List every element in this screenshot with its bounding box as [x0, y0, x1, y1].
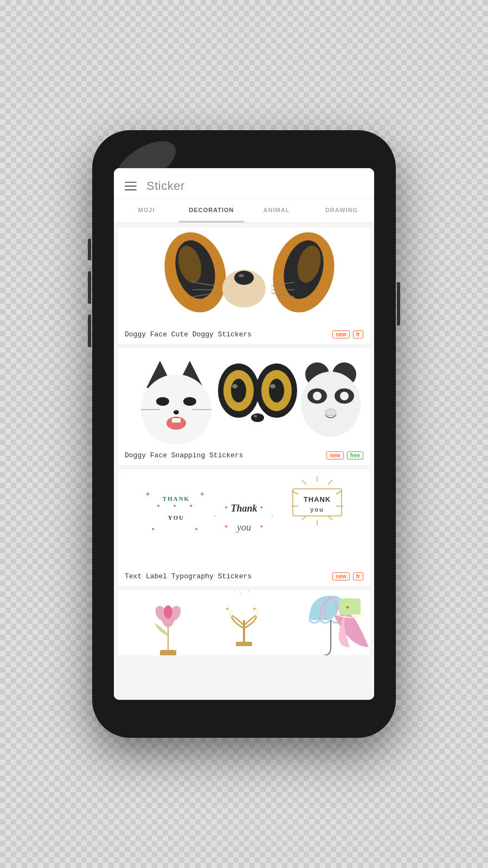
svg-point-31 [269, 379, 284, 403]
svg-point-13 [234, 271, 254, 285]
svg-point-19 [183, 397, 196, 406]
svg-line-61 [328, 480, 332, 484]
svg-point-20 [174, 410, 179, 414]
svg-point-28 [232, 384, 237, 388]
tab-moji[interactable]: MOJI [114, 199, 179, 222]
svg-text:✦: ✦ [271, 514, 274, 518]
sticker-name-doggy-cute: Doggy Face Cute Doggy Stickers [125, 330, 329, 339]
svg-point-34 [254, 415, 257, 417]
badge-new-3: new [332, 572, 349, 580]
sticker-card-fashion[interactable]: ✦ ✦ · · · [118, 590, 370, 655]
fashion-illustration: ✦ ✦ · · · [130, 590, 358, 655]
badge-new-2: new [326, 451, 343, 459]
svg-line-62 [336, 491, 342, 494]
sticker-info-text-label: Text Label Typography Stickers new fr [118, 567, 370, 586]
svg-line-66 [302, 516, 306, 520]
svg-rect-74 [160, 650, 176, 655]
svg-text:·: · [239, 591, 242, 597]
svg-text:✿: ✿ [146, 492, 150, 497]
svg-rect-22 [172, 418, 181, 423]
svg-text:Thank: Thank [230, 503, 257, 514]
doggy-snapping-illustration [130, 350, 358, 445]
sticker-preview-doggy-snapping [118, 348, 370, 446]
sticker-info-doggy-snapping: Doggy Face Snapping Stickers new free [118, 446, 370, 465]
svg-line-69 [302, 480, 306, 484]
tab-decoration[interactable]: DECORATION [179, 199, 244, 222]
svg-point-33 [251, 413, 264, 422]
app-header: Sticker [114, 168, 374, 199]
svg-text:✦: ✦ [214, 514, 217, 518]
svg-point-37 [301, 372, 361, 437]
volume-button-1 [88, 239, 91, 260]
sticker-preview-doggy-cute [118, 227, 370, 325]
sticker-name-doggy-snapping: Doggy Face Snapping Stickers [125, 451, 323, 459]
svg-rect-89 [339, 598, 361, 615]
badge-free-2: free [347, 451, 363, 459]
sticker-card-text-label[interactable]: THANK ✿ ✿ ♥ ♥ ♥ YOU ♥ ♥ [118, 469, 370, 586]
sticker-card-doggy-snapping[interactable]: Doggy Face Snapping Stickers new free [118, 348, 370, 465]
svg-rect-80 [243, 620, 245, 642]
sticker-card-doggy-cute[interactable]: Doggy Face Cute Doggy Stickers new fr [118, 227, 370, 344]
badge-fr-1: fr [353, 330, 363, 339]
svg-text:♥: ♥ [225, 524, 228, 529]
power-button [397, 282, 400, 326]
sticker-list: Doggy Face Cute Doggy Stickers new fr [114, 223, 374, 700]
svg-rect-79 [236, 642, 252, 646]
svg-text:♥: ♥ [152, 527, 155, 532]
sticker-info-doggy-cute: Doggy Face Cute Doggy Stickers new fr [118, 325, 370, 344]
svg-text:·: · [233, 590, 236, 595]
phone-device: Sticker MOJI DECORATION ANIMAL DRAWING [92, 130, 396, 738]
svg-text:you: you [236, 522, 251, 533]
volume-button-2 [88, 271, 91, 304]
badge-fr-3: fr [353, 572, 363, 580]
svg-point-14 [239, 274, 244, 277]
app-title: Sticker [146, 179, 185, 193]
svg-text:♥: ♥ [260, 505, 263, 510]
sticker-name-text-label: Text Label Typography Stickers [125, 572, 329, 580]
svg-point-27 [231, 379, 246, 403]
doggy-cute-illustration [130, 229, 358, 324]
phone-screen: Sticker MOJI DECORATION ANIMAL DRAWING [114, 168, 374, 700]
sticker-preview-text-label: THANK ✿ ✿ ♥ ♥ ♥ YOU ♥ ♥ [118, 469, 370, 567]
svg-point-41 [340, 392, 349, 400]
svg-line-64 [328, 516, 332, 520]
svg-text:·: · [247, 590, 250, 595]
svg-text:✿: ✿ [201, 492, 204, 497]
svg-text:♥: ♥ [190, 503, 192, 508]
svg-text:THANK: THANK [304, 495, 331, 503]
svg-text:♥: ♥ [174, 503, 176, 508]
hamburger-menu-icon[interactable] [125, 182, 137, 190]
svg-text:♥: ♥ [157, 503, 160, 508]
tab-animal[interactable]: ANIMAL [244, 199, 309, 222]
svg-text:♥: ♥ [346, 605, 349, 611]
svg-point-32 [270, 384, 275, 388]
svg-text:♥: ♥ [260, 524, 263, 529]
svg-point-42 [325, 409, 336, 416]
text-label-illustration: THANK ✿ ✿ ♥ ♥ ♥ YOU ♥ ♥ [130, 471, 358, 566]
svg-text:THANK: THANK [163, 495, 190, 502]
sticker-preview-fashion: ✦ ✦ · · · [118, 590, 370, 655]
svg-point-78 [164, 605, 172, 618]
svg-text:♥: ♥ [225, 505, 228, 510]
svg-point-40 [313, 392, 322, 400]
svg-text:✦: ✦ [225, 604, 230, 613]
tab-drawing[interactable]: DRAWING [309, 199, 374, 222]
svg-text:✦: ✦ [252, 604, 257, 613]
volume-button-3 [88, 315, 91, 347]
svg-text:♥: ♥ [195, 527, 198, 532]
svg-text:you: you [310, 506, 324, 513]
tab-bar: MOJI DECORATION ANIMAL DRAWING [114, 199, 374, 223]
svg-point-18 [156, 397, 169, 406]
badge-new-1: new [332, 330, 349, 339]
svg-text:YOU: YOU [168, 514, 184, 521]
